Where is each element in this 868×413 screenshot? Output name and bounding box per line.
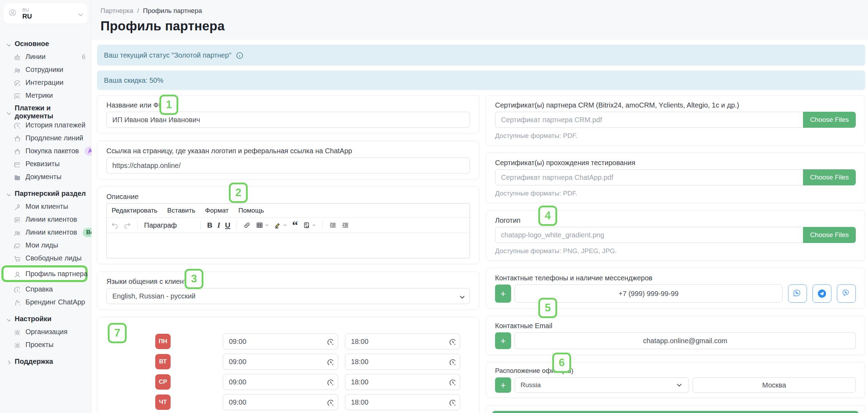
day-toggle-wed[interactable]: СР: [155, 374, 171, 390]
sidebar-item-free-leads[interactable]: Свободные лиды: [0, 252, 91, 265]
time-from-field[interactable]: [223, 374, 338, 390]
insert-table-button[interactable]: [256, 221, 269, 229]
languages-select-value[interactable]: [106, 288, 470, 304]
sidebar-item-client-lines-beta[interactable]: Линии клиентов Beta: [0, 226, 91, 239]
choose-files-button[interactable]: Choose Files: [803, 169, 856, 185]
info-icon: [13, 286, 20, 293]
sidebar-section-support[interactable]: Поддержка: [0, 355, 91, 368]
sidebar-item-projects[interactable]: Проекты: [0, 338, 91, 351]
languages-select[interactable]: [106, 288, 470, 304]
menu-help[interactable]: Помощь: [238, 207, 264, 214]
sidebar-item-help[interactable]: Справка: [0, 283, 91, 296]
sidebar-item-branding[interactable]: Брендинг ChatApp: [0, 296, 91, 309]
section-label: Основное: [15, 40, 49, 48]
sidebar-item-documents[interactable]: Документы: [0, 170, 91, 183]
cert-crm-file-input[interactable]: [495, 112, 803, 128]
choose-files-button[interactable]: Choose Files: [803, 112, 856, 128]
sidebar-item-lines[interactable]: Линии 6: [0, 50, 91, 63]
time-to-field[interactable]: [345, 333, 460, 349]
thumbs-up-icon: [13, 299, 20, 305]
time-from-input[interactable]: [223, 333, 338, 349]
redo-button[interactable]: [124, 221, 131, 229]
undo-button[interactable]: [111, 221, 119, 229]
underline-button[interactable]: U: [225, 221, 230, 229]
menu-insert[interactable]: Вставить: [167, 207, 195, 214]
rich-text-editor: Редактировать Вставить Формат Помощь: [106, 203, 470, 258]
time-from-field[interactable]: [223, 354, 338, 370]
outdent-button[interactable]: [329, 221, 337, 229]
annotation-6: 6: [552, 353, 571, 373]
page-header: Партнерка / Профиль партнера Профиль пар…: [91, 0, 868, 40]
add-phone-button[interactable]: +: [495, 285, 511, 303]
sidebar-item-employees[interactable]: Сотрудники: [0, 63, 91, 76]
time-to-input[interactable]: [345, 374, 460, 390]
name-input[interactable]: [106, 112, 470, 128]
sidebar-item-organization[interactable]: Организация: [0, 325, 91, 338]
sidebar-item-buy-packages[interactable]: Покупка пакетов AI: [0, 145, 91, 157]
logo-file-field: Choose Files: [495, 227, 856, 243]
code-sample-button[interactable]: [303, 221, 316, 229]
viber-toggle-button[interactable]: [837, 285, 856, 303]
time-from-field[interactable]: [223, 394, 338, 410]
cert-test-file-input[interactable]: [495, 169, 803, 185]
indent-button[interactable]: [342, 221, 349, 229]
time-to-input[interactable]: [345, 394, 460, 410]
time-to-input[interactable]: [345, 354, 460, 370]
info-icon[interactable]: [235, 51, 244, 59]
time-from-field[interactable]: [223, 333, 338, 349]
day-toggle-thu[interactable]: ЧТ: [155, 394, 171, 410]
bold-button[interactable]: B: [207, 221, 212, 229]
paragraph-style-dropdown[interactable]: Параграф: [144, 221, 194, 229]
time-from-input[interactable]: [223, 374, 338, 390]
telegram-toggle-button[interactable]: [813, 285, 831, 303]
app-window: RU RU Основное Линии 6 Сотрудники И: [0, 0, 868, 413]
add-office-button[interactable]: +: [495, 377, 511, 393]
sidebar-item-partner-profile[interactable]: Профиль партнера: [1, 265, 88, 282]
highlight-color-button[interactable]: [274, 221, 287, 229]
sidebar-section-payments[interactable]: Платежи и документы: [0, 105, 91, 119]
sidebar-section-partner[interactable]: Партнерский раздел: [0, 187, 91, 200]
menu-edit[interactable]: Редактировать: [112, 207, 157, 214]
day-toggle-mon[interactable]: ПН: [155, 334, 171, 349]
sidebar-item-client-lines[interactable]: Линии клиентов: [0, 213, 91, 226]
sidebar-item-integrations[interactable]: Интеграции: [0, 76, 91, 89]
italic-button[interactable]: I: [217, 221, 220, 230]
sidebar-item-payment-history[interactable]: История платежей: [0, 119, 91, 132]
cert-crm-card: Сертификат(ы) партнера CRM (Bitrix24, am…: [486, 95, 865, 146]
sidebar-section-settings[interactable]: Настройки: [0, 312, 91, 325]
time-from-input[interactable]: [223, 354, 338, 370]
sidebar-item-requisites[interactable]: Реквизиты: [0, 157, 91, 170]
country-select-value[interactable]: [515, 377, 689, 393]
email-input[interactable]: [515, 332, 856, 349]
time-to-field[interactable]: [345, 374, 460, 390]
insert-link-button[interactable]: [243, 221, 251, 229]
menu-format[interactable]: Формат: [205, 207, 229, 214]
breadcrumb-root[interactable]: Партнерка: [100, 7, 133, 14]
editor-content-area[interactable]: [107, 233, 470, 258]
chart-icon: [13, 92, 20, 99]
time-from-input[interactable]: [223, 394, 338, 410]
logo-file-input[interactable]: [495, 227, 803, 243]
whatsapp-toggle-button[interactable]: [788, 285, 807, 303]
blockquote-button[interactable]: “: [292, 222, 298, 229]
time-to-input[interactable]: [345, 333, 460, 349]
choose-files-button[interactable]: Choose Files: [803, 227, 856, 243]
country-select[interactable]: [515, 377, 689, 393]
sidebar-item-my-clients[interactable]: Мои клиенты: [0, 200, 91, 213]
cert-crm-label: Сертификат(ы) партнера CRM (Bitrix24, am…: [495, 101, 856, 109]
time-to-field[interactable]: [345, 354, 460, 370]
sidebar-item-metrics[interactable]: Метрики: [0, 89, 91, 102]
language-selector[interactable]: RU RU: [3, 3, 88, 24]
sidebar-item-my-leads[interactable]: Мои лиды: [0, 239, 91, 252]
city-input[interactable]: [693, 377, 856, 393]
page-content: Ваш текущий статус "Золотой партнер" Ваш…: [91, 40, 868, 413]
toolbar-separator: [137, 221, 138, 230]
add-email-button[interactable]: +: [495, 332, 511, 349]
sidebar-section-main[interactable]: Основное: [0, 37, 91, 50]
chevron-down-icon: [5, 109, 10, 115]
day-toggle-tue[interactable]: ВТ: [155, 354, 171, 369]
save-profile-button[interactable]: Сохранить профиль партнера: [492, 411, 859, 413]
time-to-field[interactable]: [345, 394, 460, 410]
sidebar-item-line-renewal[interactable]: Продление линий: [0, 132, 91, 145]
referral-link-input[interactable]: [106, 157, 470, 174]
